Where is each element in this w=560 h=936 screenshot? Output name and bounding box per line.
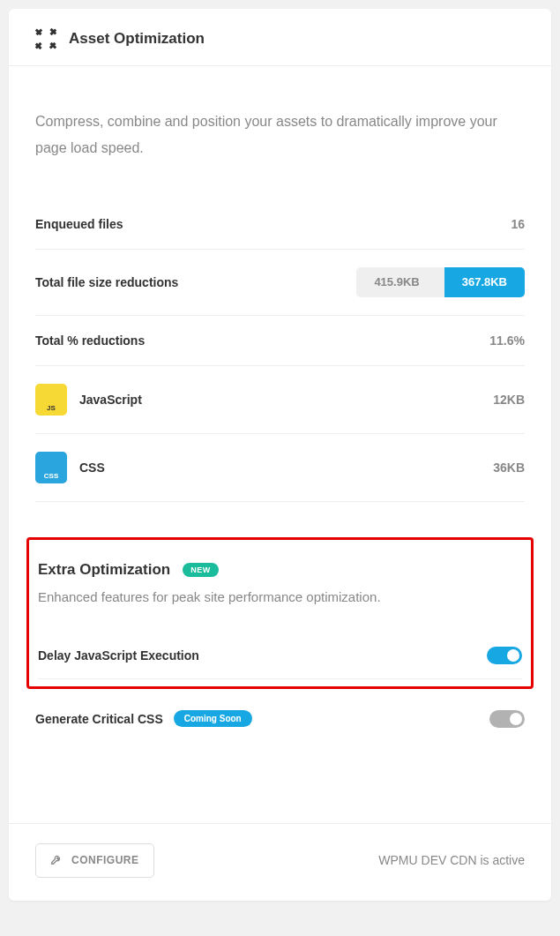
pct-reduction-row: Total % reductions 11.6% (35, 316, 525, 366)
pct-reduction-value: 11.6% (489, 333, 525, 348)
javascript-row: JS JavaScript 12KB (35, 366, 525, 434)
extra-optimization-description: Enhanced features for peak site performa… (38, 589, 522, 604)
configure-button-label: CONFIGURE (71, 854, 139, 866)
cdn-status: WPMU DEV CDN is active (378, 853, 525, 867)
extra-optimization-highlight: Extra Optimization NEW Enhanced features… (26, 537, 534, 689)
compress-icon (35, 28, 56, 49)
card-title: Asset Optimization (69, 30, 205, 48)
extra-optimization-heading: Extra Optimization (38, 561, 170, 579)
coming-soon-badge: Coming Soon (174, 710, 252, 727)
critical-css-label: Generate Critical CSS (35, 712, 163, 726)
javascript-label: JavaScript (79, 393, 142, 407)
delay-js-row: Delay JavaScript Execution (38, 636, 522, 679)
card-description: Compress, combine and position your asse… (35, 109, 525, 162)
enqueued-files-row: Enqueued files 16 (35, 199, 525, 250)
css-row: CSS CSS 36KB (35, 434, 525, 502)
card-footer: CONFIGURE WPMU DEV CDN is active (9, 823, 551, 901)
css-value: 36KB (493, 461, 525, 475)
pct-reduction-label: Total % reductions (35, 333, 145, 348)
js-icon: JS (35, 384, 67, 416)
css-icon: CSS (35, 452, 67, 483)
size-before-value: 415.9KB (356, 267, 444, 297)
new-badge: NEW (183, 563, 219, 577)
css-label: CSS (79, 461, 105, 475)
size-reduction-label: Total file size reductions (35, 275, 178, 289)
wrench-icon (50, 853, 63, 868)
configure-button[interactable]: CONFIGURE (35, 843, 154, 878)
critical-css-toggle (489, 710, 525, 728)
enqueued-files-value: 16 (511, 217, 525, 231)
size-after-value: 367.8KB (444, 267, 525, 297)
size-reduction-pill: 415.9KB 367.8KB (356, 267, 525, 297)
delay-js-toggle[interactable] (487, 647, 522, 664)
javascript-value: 12KB (493, 393, 525, 407)
asset-optimization-card: Asset Optimization Compress, combine and… (9, 9, 551, 901)
critical-css-row: Generate Critical CSS Coming Soon (35, 700, 525, 742)
card-header: Asset Optimization (9, 9, 551, 66)
size-reduction-row: Total file size reductions 415.9KB 367.8… (35, 250, 525, 316)
enqueued-files-label: Enqueued files (35, 217, 123, 231)
delay-js-label: Delay JavaScript Execution (38, 648, 199, 663)
